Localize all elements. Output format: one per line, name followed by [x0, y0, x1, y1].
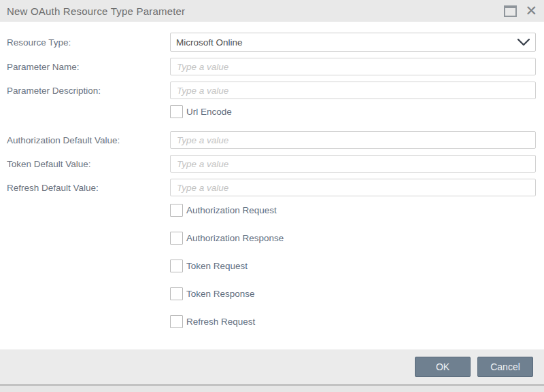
dialog-body: Resource Type: Microsoft Online Paramete…: [0, 22, 544, 349]
dialog-title: New OAuth Resource Type Parameter: [7, 5, 185, 17]
parameter-name-label: Parameter Name:: [7, 62, 170, 72]
refresh-default-value-row: Refresh Default Value:: [7, 179, 536, 196]
token-response-checkbox[interactable]: [170, 287, 183, 300]
url-encode-checkbox[interactable]: [170, 105, 183, 118]
parameter-name-row: Parameter Name:: [7, 58, 536, 75]
chevron-down-icon: [517, 39, 530, 46]
close-icon[interactable]: ✕: [525, 4, 537, 18]
dialog-titlebar: New OAuth Resource Type Parameter ✕: [0, 0, 544, 22]
authorization-request-checkbox[interactable]: [170, 204, 183, 217]
token-default-value-label: Token Default Value:: [7, 159, 170, 169]
new-oauth-resource-type-parameter-dialog: New OAuth Resource Type Parameter ✕ Reso…: [0, 0, 544, 392]
refresh-request-row: Refresh Request: [170, 315, 536, 328]
dialog-bottom-edge: [0, 384, 544, 392]
token-request-label: Token Request: [186, 261, 248, 271]
parameter-name-input[interactable]: [170, 58, 536, 75]
authorization-response-row: Authorization Response: [170, 232, 536, 245]
request-response-checkbox-list: Authorization Request Authorization Resp…: [7, 204, 536, 328]
refresh-request-checkbox[interactable]: [170, 315, 183, 328]
resource-type-select[interactable]: Microsoft Online: [170, 33, 536, 52]
url-encode-row: Url Encode: [170, 105, 536, 118]
refresh-request-label: Refresh Request: [186, 317, 255, 327]
token-default-value-input[interactable]: [170, 155, 536, 173]
authorization-default-value-input[interactable]: [170, 131, 536, 149]
authorization-response-label: Authorization Response: [186, 233, 284, 243]
token-response-row: Token Response: [170, 287, 536, 300]
parameter-description-row: Parameter Description:: [7, 82, 536, 99]
titlebar-icons: ✕: [504, 4, 537, 18]
parameter-description-input[interactable]: [170, 82, 536, 99]
maximize-window-icon[interactable]: [504, 5, 517, 17]
token-request-checkbox[interactable]: [170, 260, 183, 272]
ok-button[interactable]: OK: [415, 357, 471, 377]
resource-type-selected-value: Microsoft Online: [176, 37, 243, 48]
resource-type-label: Resource Type:: [7, 37, 170, 48]
authorization-response-checkbox[interactable]: [170, 232, 183, 245]
cancel-button[interactable]: Cancel: [477, 357, 533, 377]
authorization-default-value-label: Authorization Default Value:: [7, 135, 170, 145]
dialog-footer: OK Cancel: [0, 349, 544, 384]
parameter-description-label: Parameter Description:: [7, 86, 170, 96]
refresh-default-value-input[interactable]: [170, 179, 536, 196]
url-encode-label: Url Encode: [186, 107, 232, 117]
token-request-row: Token Request: [170, 260, 536, 272]
resource-type-row: Resource Type: Microsoft Online: [7, 33, 536, 52]
token-response-label: Token Response: [186, 289, 255, 299]
authorization-default-value-row: Authorization Default Value:: [7, 131, 536, 149]
authorization-request-label: Authorization Request: [186, 205, 277, 215]
authorization-request-row: Authorization Request: [170, 204, 536, 217]
refresh-default-value-label: Refresh Default Value:: [7, 183, 170, 193]
token-default-value-row: Token Default Value:: [7, 155, 536, 173]
